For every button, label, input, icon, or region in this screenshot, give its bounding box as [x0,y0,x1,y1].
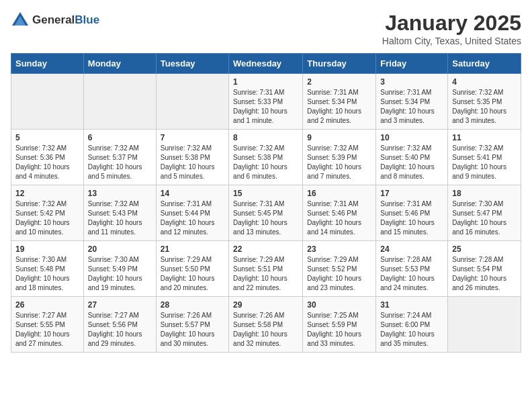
calendar-cell: 24Sunrise: 7:28 AM Sunset: 5:53 PM Dayli… [376,241,448,297]
calendar-cell: 9Sunrise: 7:32 AM Sunset: 5:39 PM Daylig… [303,130,376,185]
calendar-cell: 1Sunrise: 7:31 AM Sunset: 5:33 PM Daylig… [229,74,303,130]
day-info: Sunrise: 7:30 AM Sunset: 5:48 PM Dayligh… [15,255,79,293]
day-info: Sunrise: 7:32 AM Sunset: 5:42 PM Dayligh… [15,199,79,237]
day-number: 21 [161,244,224,254]
calendar-week-row: 1Sunrise: 7:31 AM Sunset: 5:33 PM Daylig… [11,74,521,130]
day-number: 1 [233,77,298,87]
day-info: Sunrise: 7:31 AM Sunset: 5:46 PM Dayligh… [380,199,443,237]
day-number: 13 [88,189,152,198]
day-info: Sunrise: 7:32 AM Sunset: 5:35 PM Dayligh… [452,88,517,126]
calendar-week-row: 12Sunrise: 7:32 AM Sunset: 5:42 PM Dayli… [11,185,521,241]
day-info: Sunrise: 7:29 AM Sunset: 5:50 PM Dayligh… [161,255,224,293]
day-number: 10 [380,133,443,142]
day-info: Sunrise: 7:29 AM Sunset: 5:51 PM Dayligh… [233,255,298,293]
day-info: Sunrise: 7:31 AM Sunset: 5:34 PM Dayligh… [380,88,443,126]
day-number: 16 [307,189,371,198]
calendar-cell: 10Sunrise: 7:32 AM Sunset: 5:40 PM Dayli… [376,130,448,185]
calendar-week-row: 5Sunrise: 7:32 AM Sunset: 5:36 PM Daylig… [11,130,521,185]
title-block: January 2025 Haltom City, Texas, United … [382,11,521,46]
day-info: Sunrise: 7:25 AM Sunset: 5:59 PM Dayligh… [307,311,371,349]
day-info: Sunrise: 7:31 AM Sunset: 5:34 PM Dayligh… [307,88,371,126]
day-number: 4 [452,77,517,87]
col-thursday: Thursday [303,54,376,74]
calendar-cell: 17Sunrise: 7:31 AM Sunset: 5:46 PM Dayli… [376,185,448,241]
calendar-cell: 8Sunrise: 7:32 AM Sunset: 5:38 PM Daylig… [229,130,303,185]
calendar-cell: 23Sunrise: 7:29 AM Sunset: 5:52 PM Dayli… [303,241,376,297]
calendar-cell: 18Sunrise: 7:30 AM Sunset: 5:47 PM Dayli… [448,185,521,241]
col-saturday: Saturday [448,54,521,74]
day-number: 28 [161,300,224,310]
day-number: 27 [88,300,152,310]
calendar-cell: 29Sunrise: 7:26 AM Sunset: 5:58 PM Dayli… [229,297,303,353]
day-number: 17 [380,189,443,198]
day-info: Sunrise: 7:31 AM Sunset: 5:45 PM Dayligh… [233,199,298,237]
calendar-cell: 31Sunrise: 7:24 AM Sunset: 6:00 PM Dayli… [376,297,448,353]
day-info: Sunrise: 7:29 AM Sunset: 5:52 PM Dayligh… [307,255,371,293]
calendar-cell [448,297,521,353]
day-info: Sunrise: 7:30 AM Sunset: 5:49 PM Dayligh… [88,255,152,293]
day-info: Sunrise: 7:31 AM Sunset: 5:46 PM Dayligh… [307,199,371,237]
calendar-cell [156,74,228,130]
calendar-cell: 15Sunrise: 7:31 AM Sunset: 5:45 PM Dayli… [229,185,303,241]
calendar-cell: 6Sunrise: 7:32 AM Sunset: 5:37 PM Daylig… [83,130,156,185]
day-info: Sunrise: 7:27 AM Sunset: 5:55 PM Dayligh… [15,311,79,349]
day-number: 9 [307,133,371,142]
day-info: Sunrise: 7:28 AM Sunset: 5:54 PM Dayligh… [452,255,517,293]
calendar-cell [83,74,156,130]
calendar-cell: 30Sunrise: 7:25 AM Sunset: 5:59 PM Dayli… [303,297,376,353]
logo-text-general: General [32,13,75,26]
day-number: 18 [452,189,517,198]
day-info: Sunrise: 7:24 AM Sunset: 6:00 PM Dayligh… [380,311,443,349]
day-number: 12 [15,189,79,198]
calendar-cell: 26Sunrise: 7:27 AM Sunset: 5:55 PM Dayli… [11,297,84,353]
day-number: 31 [380,300,443,310]
col-sunday: Sunday [11,54,84,74]
calendar-cell: 21Sunrise: 7:29 AM Sunset: 5:50 PM Dayli… [156,241,228,297]
day-number: 20 [88,244,152,254]
day-number: 22 [233,244,298,254]
day-number: 5 [15,133,79,142]
day-info: Sunrise: 7:28 AM Sunset: 5:53 PM Dayligh… [380,255,443,293]
calendar-cell: 19Sunrise: 7:30 AM Sunset: 5:48 PM Dayli… [11,241,84,297]
calendar-cell [11,74,84,130]
col-wednesday: Wednesday [229,54,303,74]
day-number: 26 [15,300,79,310]
day-info: Sunrise: 7:32 AM Sunset: 5:41 PM Dayligh… [452,144,517,181]
day-info: Sunrise: 7:32 AM Sunset: 5:38 PM Dayligh… [233,144,298,181]
calendar-cell: 13Sunrise: 7:32 AM Sunset: 5:43 PM Dayli… [83,185,156,241]
logo-text-blue: Blue [75,13,99,26]
day-info: Sunrise: 7:32 AM Sunset: 5:36 PM Dayligh… [15,144,79,181]
day-info: Sunrise: 7:32 AM Sunset: 5:40 PM Dayligh… [380,144,443,181]
col-friday: Friday [376,54,448,74]
calendar-subtitle: Haltom City, Texas, United States [382,36,521,46]
day-number: 25 [452,244,517,254]
calendar-week-row: 26Sunrise: 7:27 AM Sunset: 5:55 PM Dayli… [11,297,521,353]
calendar-cell: 3Sunrise: 7:31 AM Sunset: 5:34 PM Daylig… [376,74,448,130]
day-info: Sunrise: 7:30 AM Sunset: 5:47 PM Dayligh… [452,199,517,237]
day-number: 14 [161,189,224,198]
day-number: 29 [233,300,298,310]
calendar-cell: 7Sunrise: 7:32 AM Sunset: 5:38 PM Daylig… [156,130,228,185]
day-info: Sunrise: 7:32 AM Sunset: 5:43 PM Dayligh… [88,199,152,237]
day-info: Sunrise: 7:31 AM Sunset: 5:33 PM Dayligh… [233,88,298,126]
calendar-cell: 27Sunrise: 7:27 AM Sunset: 5:56 PM Dayli… [83,297,156,353]
day-number: 11 [452,133,517,142]
calendar-cell: 4Sunrise: 7:32 AM Sunset: 5:35 PM Daylig… [448,74,521,130]
calendar-title: January 2025 [382,11,521,36]
col-tuesday: Tuesday [156,54,228,74]
day-info: Sunrise: 7:27 AM Sunset: 5:56 PM Dayligh… [88,311,152,349]
logo-icon [11,11,30,30]
calendar-cell: 25Sunrise: 7:28 AM Sunset: 5:54 PM Dayli… [448,241,521,297]
day-number: 8 [233,133,298,142]
day-number: 15 [233,189,298,198]
page-header: GeneralBlue January 2025 Haltom City, Te… [11,11,521,46]
calendar-week-row: 19Sunrise: 7:30 AM Sunset: 5:48 PM Dayli… [11,241,521,297]
day-info: Sunrise: 7:32 AM Sunset: 5:38 PM Dayligh… [161,144,224,181]
calendar-cell: 22Sunrise: 7:29 AM Sunset: 5:51 PM Dayli… [229,241,303,297]
day-info: Sunrise: 7:26 AM Sunset: 5:57 PM Dayligh… [161,311,224,349]
calendar-cell: 11Sunrise: 7:32 AM Sunset: 5:41 PM Dayli… [448,130,521,185]
day-number: 19 [15,244,79,254]
calendar-cell: 14Sunrise: 7:31 AM Sunset: 5:44 PM Dayli… [156,185,228,241]
day-number: 3 [380,77,443,87]
calendar-table: Sunday Monday Tuesday Wednesday Thursday… [11,53,521,353]
